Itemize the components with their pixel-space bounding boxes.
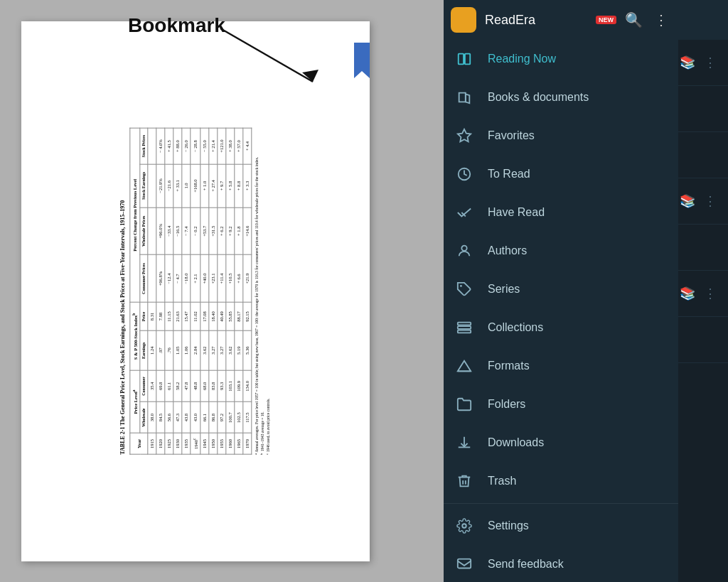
menu-label-downloads: Downloads [488, 436, 544, 449]
menu-item-formats[interactable]: Formats [444, 347, 678, 385]
svg-rect-3 [465, 54, 470, 65]
svg-marker-4 [458, 129, 471, 141]
bookmark-annotation: Bookmark [128, 14, 225, 37]
books-documents-icon [455, 88, 473, 107]
menu-item-to-read[interactable]: To Read [444, 155, 678, 193]
settings-icon [455, 517, 473, 535]
app-panel: estor (1) ✏ 📚 ⋮ (1) ✏ 📚 ⋮ ch_2011-06 (1)… [444, 0, 728, 582]
have-read-icon [455, 203, 473, 222]
menu-label-formats: Formats [488, 360, 530, 372]
menu-label-reading-now: Reading Now [488, 53, 556, 65]
menu-item-settings[interactable]: Settings [444, 507, 678, 545]
svg-rect-14 [458, 559, 471, 568]
send-feedback-icon [455, 555, 473, 573]
menu-item-series[interactable]: Series [444, 270, 678, 308]
menu-label-collections: Collections [488, 321, 543, 334]
menu-list: Reading Now Books & documents [444, 40, 678, 582]
favorites-icon [455, 126, 473, 145]
more-icon-2: ⋮ [704, 193, 717, 209]
more-options-icon[interactable]: ⋮ [651, 9, 671, 31]
bookmark-arrow-svg [213, 21, 327, 92]
svg-point-13 [462, 524, 466, 528]
menu-divider [444, 503, 678, 504]
new-badge: NEW [596, 16, 616, 24]
svg-rect-2 [459, 54, 464, 65]
reading-now-icon [455, 50, 473, 68]
authors-icon [455, 242, 473, 260]
svg-rect-10 [458, 330, 471, 333]
menu-label-folders: Folders [488, 398, 525, 411]
menu-item-authors[interactable]: Authors [444, 232, 678, 270]
menu-item-have-read[interactable]: Have Read [444, 193, 678, 232]
formats-icon [455, 357, 473, 375]
trash-icon [455, 472, 473, 490]
menu-item-collections[interactable]: Collections [444, 308, 678, 347]
table-title: TABLE 2-1 The General Price Level, Stock… [119, 128, 126, 455]
menu-label-settings: Settings [488, 519, 529, 532]
collections-icon [455, 318, 473, 337]
menu-label-series: Series [488, 283, 520, 296]
header-actions: NEW 🔍 ⋮ [596, 9, 671, 31]
menu-item-trash[interactable]: Trash [444, 462, 678, 500]
svg-line-0 [220, 28, 313, 82]
menu-label-send-feedback: Send feedback [488, 558, 564, 571]
svg-marker-11 [458, 361, 471, 372]
menu-item-reading-now[interactable]: Reading Now [444, 40, 678, 78]
more-icon-1: ⋮ [704, 55, 717, 70]
app-title: ReadEra [485, 13, 596, 28]
menu-item-books-documents[interactable]: Books & documents [444, 78, 678, 117]
menu-label-favorites: Favorites [488, 129, 535, 142]
app-logo [451, 7, 476, 33]
svg-rect-8 [458, 323, 471, 325]
menu-item-favorites[interactable]: Favorites [444, 117, 678, 155]
menu-label-have-read: Have Read [488, 206, 545, 219]
shelf-icon-3: 📚 [680, 286, 695, 301]
bookmark-text: Bookmark [128, 14, 225, 36]
menu-label-books-documents: Books & documents [488, 91, 589, 104]
book-page: TABLE 2-1 The General Price Level, Stock… [21, 21, 370, 561]
menu-item-send-feedback[interactable]: Send feedback [444, 545, 678, 582]
menu-label-to-read: To Read [488, 168, 530, 180]
shelf-icon-2: 📚 [680, 193, 695, 209]
data-table: Year Price Levela S & P 500-Stock Indexb… [129, 128, 252, 455]
folders-icon [455, 395, 473, 414]
menu-label-authors: Authors [488, 244, 527, 257]
menu-label-trash: Trash [488, 475, 516, 487]
svg-point-6 [461, 246, 466, 251]
menu-item-folders[interactable]: Folders [444, 385, 678, 424]
series-icon [455, 280, 473, 298]
svg-rect-9 [458, 326, 471, 329]
menu-item-downloads[interactable]: Downloads [444, 424, 678, 462]
shelf-icon-1: 📚 [680, 55, 695, 70]
more-icon-3: ⋮ [704, 286, 717, 301]
search-icon[interactable]: 🔍 [622, 9, 646, 31]
downloads-icon [455, 433, 473, 452]
app-header: ReadEra NEW 🔍 ⋮ [444, 0, 678, 40]
table-footnotes: ᵃ Annual averages. For price level 1957 … [255, 128, 272, 455]
to-read-icon [455, 165, 473, 183]
